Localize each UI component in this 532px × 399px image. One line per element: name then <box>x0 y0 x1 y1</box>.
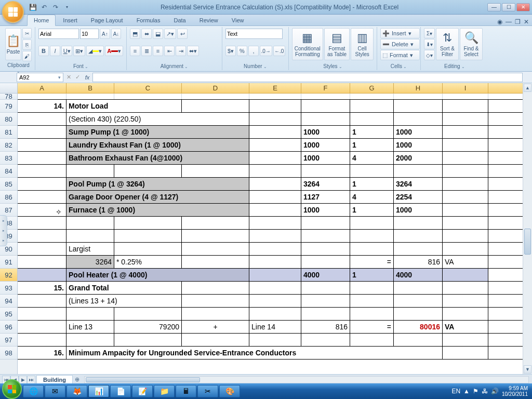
table-row[interactable]: Pool Pump (1 @ 3264)326413264 <box>18 178 523 191</box>
cell[interactable]: 3264 <box>301 178 350 190</box>
formula-input[interactable] <box>92 73 523 82</box>
next-sheet-icon[interactable]: ▶ <box>19 376 27 384</box>
paste-button[interactable]: 📋Paste <box>5 28 21 60</box>
cell[interactable] <box>114 94 182 99</box>
cell[interactable] <box>18 334 66 346</box>
col-header-A[interactable]: A <box>18 83 66 93</box>
row-header[interactable]: 79 <box>0 100 17 113</box>
row-header[interactable]: 86 <box>0 191 17 204</box>
cell[interactable] <box>249 269 301 281</box>
cell[interactable]: 1 <box>350 126 394 138</box>
table-row[interactable]: Bathroom Exhaust Fan (4@1000)100042000 <box>18 152 523 165</box>
cell[interactable] <box>350 334 394 346</box>
row-header[interactable]: 80 <box>0 113 17 126</box>
table-row[interactable] <box>18 308 523 321</box>
taskbar-app-firefox[interactable]: 🦊 <box>66 385 87 397</box>
cell[interactable] <box>182 243 249 255</box>
align-top-button[interactable]: ⬒ <box>130 29 140 39</box>
cell[interactable] <box>66 165 114 177</box>
cell[interactable] <box>114 165 182 177</box>
taskbar-app-snip[interactable]: ✂ <box>197 385 218 397</box>
vertical-scrollbar[interactable]: ▲ ▼ <box>523 83 532 374</box>
shrink-font-button[interactable]: A↓ <box>111 29 122 39</box>
cell[interactable] <box>18 256 66 268</box>
cell[interactable] <box>182 100 249 112</box>
select-all-corner[interactable] <box>0 83 17 94</box>
cell[interactable] <box>249 230 301 242</box>
maximize-button[interactable]: ☐ <box>502 3 515 11</box>
cell[interactable]: 4 <box>350 191 394 203</box>
cell[interactable] <box>443 295 488 307</box>
format-painter-button[interactable]: 🖌 <box>22 51 32 61</box>
cell[interactable] <box>114 334 182 346</box>
align-center-button[interactable]: ≣ <box>141 46 152 56</box>
start-button[interactable] <box>2 379 22 399</box>
cell[interactable] <box>182 94 249 99</box>
table-row[interactable] <box>18 94 523 100</box>
cell-styles-button[interactable]: ▥Cell Styles <box>351 28 374 60</box>
close-button[interactable]: ✕ <box>516 3 530 11</box>
increase-indent-button[interactable]: ⇥ <box>176 46 186 56</box>
row-header[interactable]: 98 <box>0 347 17 360</box>
side-panel-handle[interactable]: ▸▸▸ <box>0 215 7 246</box>
underline-button[interactable]: U▾ <box>61 46 72 56</box>
cell[interactable]: 1000 <box>301 152 350 164</box>
cell[interactable] <box>443 94 488 99</box>
cell[interactable] <box>18 165 66 177</box>
cell[interactable]: 816 <box>301 321 350 333</box>
cell[interactable] <box>443 165 488 177</box>
cell[interactable]: (Lines 13 + 14) <box>66 295 182 307</box>
cell[interactable]: 80016 <box>394 321 443 333</box>
cell[interactable]: 1000 <box>394 126 443 138</box>
row-header[interactable]: 81 <box>0 126 17 139</box>
col-header-D[interactable]: D <box>182 83 249 93</box>
cell[interactable] <box>394 100 443 112</box>
tab-page-layout[interactable]: Page Layout <box>85 15 129 25</box>
cell[interactable]: = <box>350 321 394 333</box>
comma-button[interactable]: , <box>248 46 259 56</box>
cell[interactable] <box>249 152 301 164</box>
cell[interactable] <box>66 217 114 229</box>
table-row[interactable]: 15.Grand Total <box>18 282 523 295</box>
cell[interactable]: Grand Total <box>66 282 182 294</box>
worksheet[interactable]: ▸▸▸ ✧ 7879808182838485868788899091929394… <box>0 83 532 374</box>
row-header[interactable]: 95 <box>0 308 17 321</box>
table-row[interactable]: 14.Motor Load <box>18 100 523 113</box>
col-header-B[interactable]: B <box>66 83 114 93</box>
decrease-indent-button[interactable]: ⇤ <box>164 46 175 56</box>
tray-volume-icon[interactable]: 🔊 <box>491 388 499 395</box>
cell[interactable] <box>114 217 182 229</box>
taskbar-app-excel[interactable]: 📊 <box>88 385 109 397</box>
cell[interactable] <box>443 269 488 281</box>
taskbar-app-word[interactable]: 📄 <box>110 385 131 397</box>
cell[interactable]: = <box>350 256 394 268</box>
cell[interactable] <box>350 230 394 242</box>
table-row[interactable] <box>18 230 523 243</box>
cell[interactable]: 1000 <box>394 139 443 151</box>
cell[interactable] <box>394 334 443 346</box>
cell[interactable]: 1 <box>350 269 394 281</box>
cell[interactable] <box>66 94 114 99</box>
conditional-formatting-button[interactable]: ▦Conditional Formatting <box>292 28 323 60</box>
tray-clock[interactable]: 9:59 AM 10/20/2011 <box>502 385 528 397</box>
fx-icon[interactable]: fx <box>82 74 92 81</box>
cell[interactable] <box>249 100 301 112</box>
cell[interactable] <box>301 256 350 268</box>
cell[interactable] <box>394 282 443 294</box>
cell[interactable] <box>249 217 301 229</box>
cell[interactable] <box>443 191 488 203</box>
save-icon[interactable]: 💾 <box>28 3 37 12</box>
row-header[interactable]: 84 <box>0 165 17 178</box>
cell[interactable] <box>18 243 66 255</box>
cell[interactable] <box>350 113 394 125</box>
redo-icon[interactable]: ↷ <box>51 3 60 12</box>
cell[interactable] <box>249 191 301 203</box>
tab-insert[interactable]: Insert <box>57 15 84 25</box>
row-header[interactable]: 92 <box>0 269 17 282</box>
sort-filter-button[interactable]: ⇅Sort & Filter <box>436 28 459 60</box>
cell[interactable] <box>249 139 301 151</box>
cell[interactable] <box>350 282 394 294</box>
tray-flag-icon[interactable]: ⚑ <box>473 388 478 395</box>
cell[interactable] <box>182 217 249 229</box>
cell[interactable]: Garage Door Opener (4 @ 1127) <box>66 191 249 203</box>
